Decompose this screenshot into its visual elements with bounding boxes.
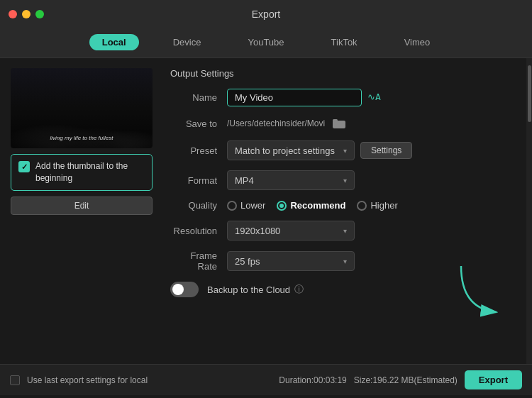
quality-row: Quality Lower Recommend Higher: [170, 200, 518, 211]
toggle-knob: [172, 284, 184, 295]
info-icon[interactable]: ⓘ: [294, 283, 304, 296]
scroll-track: [526, 58, 532, 364]
traffic-lights: [9, 10, 44, 18]
export-button[interactable]: Export: [465, 370, 522, 389]
folder-button[interactable]: [331, 116, 348, 131]
format-chevron-icon: ▾: [343, 177, 347, 184]
quality-recommend[interactable]: Recommend: [277, 200, 345, 211]
frame-rate-dropdown[interactable]: 25 fps ▾: [227, 251, 355, 271]
format-value: MP4 ▾: [227, 170, 518, 190]
preset-value: Match to project settings ▾ Settings: [227, 140, 518, 160]
use-last-label: Use last export settings for local: [27, 375, 148, 385]
maximize-button[interactable]: [35, 10, 44, 18]
svg-text:∿AI: ∿AI: [367, 92, 382, 102]
tab-device[interactable]: Device: [160, 34, 214, 50]
title-bar: Export: [0, 0, 532, 28]
window-title: Export: [252, 9, 280, 20]
name-row: Name ∿AI: [170, 89, 518, 106]
backup-label: Backup to the Cloud: [207, 284, 290, 295]
tabs-bar: Local Device YouTube TikTok Vimeo: [0, 28, 532, 58]
preset-row: Preset Match to project settings ▾ Setti…: [170, 140, 518, 160]
left-panel: living my life to the fullest Add the th…: [0, 58, 163, 364]
quality-lower[interactable]: Lower: [227, 200, 265, 211]
close-button[interactable]: [9, 10, 17, 18]
name-label: Name: [170, 92, 227, 103]
resolution-dropdown-value: 1920x1080: [235, 226, 280, 236]
resolution-row: Resolution 1920x1080 ▾: [170, 221, 518, 241]
resolution-dropdown[interactable]: 1920x1080 ▾: [227, 221, 355, 241]
scroll-thumb[interactable]: [528, 65, 531, 122]
tab-tiktok[interactable]: TikTok: [318, 34, 370, 50]
tab-youtube[interactable]: YouTube: [235, 34, 297, 50]
duration-text: Duration:00:03:19: [279, 375, 346, 385]
tab-vimeo[interactable]: Vimeo: [392, 34, 443, 50]
quality-recommend-label: Recommend: [290, 200, 345, 211]
video-thumbnail: living my life to the fullest: [11, 68, 153, 148]
name-input[interactable]: [227, 89, 362, 106]
size-text: Size:196.22 MB(Estimated): [354, 375, 458, 385]
save-to-path: /Users/detechinsider/Movi: [227, 118, 325, 128]
resolution-chevron-icon: ▾: [343, 227, 347, 235]
save-to-row: Save to /Users/detechinsider/Movi: [170, 116, 518, 131]
thumbnail-checkbox-label: Add the thumbnail to the beginning: [35, 160, 145, 184]
format-dropdown[interactable]: MP4 ▾: [227, 170, 355, 190]
name-value: ∿AI: [227, 89, 518, 106]
thumbnail-checkbox-container: Add the thumbnail to the beginning: [11, 154, 153, 191]
quality-recommend-radio[interactable]: [277, 201, 287, 211]
format-label: Format: [170, 175, 227, 186]
bottom-bar: Use last export settings for local Durat…: [0, 364, 532, 395]
quality-radio-group: Lower Recommend Higher: [227, 200, 398, 211]
teal-arrow: [450, 259, 507, 325]
quality-lower-label: Lower: [240, 200, 265, 211]
ai-icon[interactable]: ∿AI: [367, 91, 382, 104]
save-to-value: /Users/detechinsider/Movi: [227, 116, 518, 131]
save-to-label: Save to: [170, 118, 227, 129]
preset-chevron-icon: ▾: [343, 147, 347, 155]
frame-rate-label: Frame Rate: [170, 250, 227, 272]
quality-lower-radio[interactable]: [227, 201, 237, 211]
settings-button[interactable]: Settings: [360, 142, 412, 159]
use-last-checkbox[interactable]: [10, 375, 20, 385]
resolution-value: 1920x1080 ▾: [227, 221, 518, 241]
quality-higher[interactable]: Higher: [357, 200, 397, 211]
tab-local[interactable]: Local: [89, 34, 139, 50]
quality-higher-label: Higher: [370, 200, 397, 211]
backup-toggle[interactable]: [170, 282, 199, 297]
main-content: living my life to the fullest Add the th…: [0, 58, 532, 364]
format-dropdown-value: MP4: [235, 175, 254, 186]
quality-higher-radio[interactable]: [357, 201, 367, 211]
edit-button[interactable]: Edit: [11, 197, 153, 215]
svg-rect-2: [333, 119, 338, 122]
frame-rate-chevron-icon: ▾: [343, 258, 347, 265]
frame-rate-dropdown-value: 25 fps: [235, 256, 260, 267]
minimize-button[interactable]: [22, 10, 31, 18]
preset-label: Preset: [170, 145, 227, 156]
quality-label: Quality: [170, 200, 227, 211]
preset-dropdown[interactable]: Match to project settings ▾: [227, 140, 355, 160]
video-caption: living my life to the fullest: [11, 135, 153, 141]
thumbnail-checkbox[interactable]: [18, 161, 30, 172]
preset-dropdown-value: Match to project settings: [235, 145, 335, 156]
section-title: Output Settings: [170, 68, 518, 79]
format-row: Format MP4 ▾: [170, 170, 518, 190]
resolution-label: Resolution: [170, 226, 227, 236]
